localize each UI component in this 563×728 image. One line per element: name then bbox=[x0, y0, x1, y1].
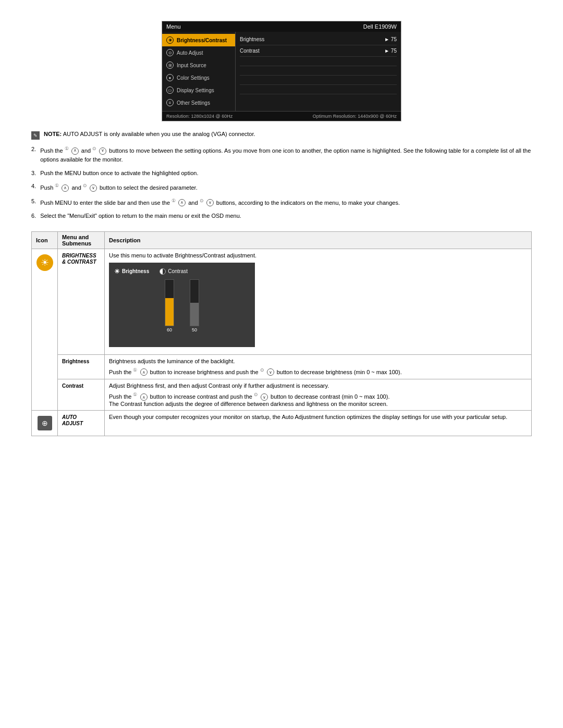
osd-contrast-row: Contrast ► 75 bbox=[240, 45, 397, 57]
osd-empty-row-5 bbox=[240, 94, 397, 104]
osd-header: Menu Dell E1909W bbox=[162, 21, 401, 32]
osd-empty-row-1 bbox=[240, 57, 397, 66]
step-5-text: Push MENU to enter the slide bar and the… bbox=[40, 197, 532, 207]
table-row-brightness: Brightness Brightness adjusts the lumina… bbox=[32, 354, 532, 379]
osd-resolution: Resolution: 1280x1024 @ 60Hz bbox=[166, 114, 232, 119]
step-5-num: 5. bbox=[31, 197, 36, 206]
auto-adjust-icon-cell: ⊕ bbox=[32, 411, 58, 436]
brightness-contrast-table-icon: ☀ bbox=[36, 254, 53, 271]
bc-icon-cell: ☀ bbox=[32, 249, 58, 411]
sidebar-label-other: Other Settings bbox=[177, 100, 210, 106]
display-settings-icon: ▭ bbox=[166, 87, 174, 94]
brightness-label: Brightness bbox=[240, 36, 264, 42]
sidebar-label-input: Input Source bbox=[177, 63, 206, 68]
step-4: 4. Push ① and ⊙ button to select the des… bbox=[31, 182, 532, 192]
brightness-submenu-desc-cell: Brightness adjusts the luminance of the … bbox=[105, 354, 532, 379]
other-settings-icon: ≡ bbox=[166, 99, 174, 106]
osd-brightness-row: Brightness ► 75 bbox=[240, 34, 397, 45]
contrast-value: ► 75 bbox=[384, 48, 397, 54]
osd-empty-row-3 bbox=[240, 76, 397, 85]
contrast-desc-line2: Push the ① button to increase contrast a… bbox=[109, 392, 527, 407]
auto-adjust-table-icon: ⊕ bbox=[38, 416, 52, 430]
contrast-label: Contrast bbox=[240, 48, 260, 54]
slider-widget: ☀ Brightness Contrast bbox=[109, 263, 255, 347]
step-2-num: 2. bbox=[31, 145, 36, 154]
bc-menu-cell: BRIGHTNESS& CONTRAST bbox=[58, 249, 105, 354]
brightness-contrast-icon: ☀ bbox=[166, 36, 174, 44]
contrast-slider-col: 50 bbox=[190, 279, 199, 342]
step-5: 5. Push MENU to enter the slide bar and … bbox=[31, 197, 532, 207]
osd-sidebar-input-source[interactable]: ⊞ Input Source bbox=[162, 59, 235, 71]
sidebar-label-auto: Auto Adjust bbox=[177, 50, 203, 56]
step-4-num: 4. bbox=[31, 182, 36, 191]
auto-adjust-icon: ⊙ bbox=[166, 49, 174, 56]
contrast-submenu-label: Contrast bbox=[62, 383, 83, 389]
auto-adjust-menu-cell: AUTOADJUST bbox=[58, 411, 105, 436]
auto-adjust-menu-name: AUTOADJUST bbox=[62, 414, 83, 426]
step-3: 3. Push the MENU button once to activate… bbox=[31, 169, 532, 178]
table-row-auto-adjust: ⊕ AUTOADJUST Even though your computer r… bbox=[32, 411, 532, 436]
table-header-icon: Icon bbox=[32, 231, 58, 249]
osd-empty-row-4 bbox=[240, 85, 397, 94]
step-3-num: 3. bbox=[31, 169, 36, 178]
contrast-submenu-desc-cell: Adjust Brightness first, and then adjust… bbox=[105, 379, 532, 411]
osd-sidebar-color-settings[interactable]: ● Color Settings bbox=[162, 71, 235, 84]
osd-sidebar-brightness-contrast[interactable]: ☀ Brightness/Contrast bbox=[162, 34, 235, 46]
contrast-slider-value: 50 bbox=[192, 327, 197, 332]
brightness-value: ► 75 bbox=[384, 36, 397, 42]
table-header-menu: Menu andSubmenus bbox=[58, 231, 105, 249]
step-4-text: Push ① and ⊙ button to select the desire… bbox=[40, 182, 532, 192]
osd-body: ☀ Brightness/Contrast ⊙ Auto Adjust ⊞ In… bbox=[162, 32, 401, 111]
bc-main-desc: Use this menu to activate Brightness/Con… bbox=[109, 252, 256, 258]
contrast-track bbox=[190, 279, 199, 326]
osd-sidebar: ☀ Brightness/Contrast ⊙ Auto Adjust ⊞ In… bbox=[162, 32, 235, 111]
sidebar-label-color: Color Settings bbox=[177, 75, 210, 81]
step-2: 2. Push the ① and ⊙ buttons to move betw… bbox=[31, 145, 532, 165]
note-icon: ✎ bbox=[31, 131, 40, 140]
contrast-fill bbox=[190, 303, 199, 326]
osd-model: Dell E1909W bbox=[363, 23, 397, 30]
brightness-submenu-label: Brightness bbox=[62, 359, 89, 364]
step-6: 6. Select the "Menu/Exit" option to retu… bbox=[31, 212, 532, 221]
contrast-submenu-cell: Contrast bbox=[58, 379, 105, 411]
brightness-submenu-cell: Brightness bbox=[58, 354, 105, 379]
osd-sidebar-other-settings[interactable]: ≡ Other Settings bbox=[162, 96, 235, 109]
sun-icon: ☀ bbox=[41, 257, 49, 268]
note-box: ✎ NOTE: AUTO ADJUST is only available wh… bbox=[31, 131, 532, 140]
sidebar-label-brightness: Brightness/Contrast bbox=[177, 38, 227, 43]
main-table: Icon Menu andSubmenus Description ☀ BRIG… bbox=[31, 231, 532, 437]
contrast-desc-line1: Adjust Brightness first, and then adjust… bbox=[109, 382, 527, 389]
color-settings-icon: ● bbox=[166, 74, 174, 81]
osd-empty-row-2 bbox=[240, 66, 397, 76]
input-source-icon: ⊞ bbox=[166, 61, 174, 69]
bc-menu-name: BRIGHTNESS& CONTRAST bbox=[62, 253, 96, 265]
brightness-desc-line1: Brightness adjusts the luminance of the … bbox=[109, 358, 527, 364]
table-row-bc-main: ☀ BRIGHTNESS& CONTRAST Use this menu to … bbox=[32, 249, 532, 354]
slider-contrast-label: Contrast bbox=[160, 268, 188, 275]
slider-header: ☀ Brightness Contrast bbox=[114, 268, 250, 275]
table-header-desc: Description bbox=[105, 231, 532, 249]
sliders-row: 60 50 bbox=[114, 279, 250, 342]
sidebar-label-display: Display Settings bbox=[177, 88, 214, 93]
osd-footer: Resolution: 1280x1024 @ 60Hz Optimum Res… bbox=[162, 111, 401, 121]
brightness-fill bbox=[165, 298, 174, 326]
osd-sidebar-display-settings[interactable]: ▭ Display Settings bbox=[162, 84, 235, 96]
note-text: NOTE: AUTO ADJUST is only available when… bbox=[44, 131, 255, 137]
brightness-desc-line2: Push the ① button to increase brightness… bbox=[109, 367, 527, 376]
step-3-text: Push the MENU button once to activate th… bbox=[40, 169, 532, 178]
step-6-text: Select the "Menu/Exit" option to return … bbox=[40, 212, 532, 221]
brightness-slider-value: 60 bbox=[167, 327, 172, 332]
osd-title: Menu bbox=[166, 23, 181, 30]
auto-adjust-desc-cell: Even though your computer recognizes you… bbox=[105, 411, 532, 436]
osd-screenshot: Menu Dell E1909W ☀ Brightness/Contrast ⊙… bbox=[31, 21, 532, 121]
bc-desc-cell: Use this menu to activate Brightness/Con… bbox=[105, 249, 532, 354]
step-6-num: 6. bbox=[31, 212, 36, 221]
sun-small-icon: ☀ bbox=[114, 268, 120, 275]
brightness-slider-col: 60 bbox=[165, 279, 174, 342]
contrast-icon bbox=[160, 268, 166, 275]
step-2-text: Push the ① and ⊙ buttons to move between… bbox=[40, 145, 532, 165]
target-icon: ⊕ bbox=[42, 419, 48, 427]
osd-sidebar-auto-adjust[interactable]: ⊙ Auto Adjust bbox=[162, 46, 235, 59]
osd-optimum-resolution: Optimum Resolution: 1440x900 @ 60Hz bbox=[313, 114, 397, 119]
osd-content: Brightness ► 75 Contrast ► 75 bbox=[235, 32, 401, 111]
